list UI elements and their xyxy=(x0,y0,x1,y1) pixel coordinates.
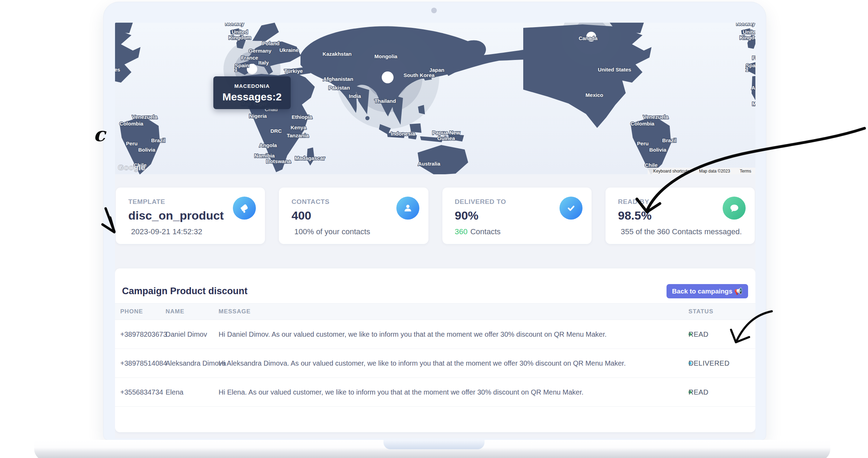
svg-text:Angola: Angola xyxy=(259,142,277,148)
card-sub-text: 2023-09-21 14:52:32 xyxy=(131,227,202,236)
card-template: TEMPLATE disc_on_product 2023-09-21 14:5… xyxy=(116,188,265,244)
status-text: READ xyxy=(688,330,709,338)
svg-text:Namibia: Namibia xyxy=(254,153,275,159)
svg-text:Algeria: Algeria xyxy=(752,85,755,91)
svg-text:Mali: Mali xyxy=(752,101,755,107)
svg-text:Kazakhstan: Kazakhstan xyxy=(322,51,351,57)
user-icon xyxy=(396,197,419,220)
column-message: MESSAGE xyxy=(219,308,251,315)
svg-text:Venezuela: Venezuela xyxy=(132,114,158,120)
webcam-dot xyxy=(431,8,437,13)
card-sub-text: 100% of your contacts xyxy=(294,227,370,236)
svg-text:Thailand: Thailand xyxy=(374,98,396,104)
map-data-copyright: Map data ©2023 xyxy=(699,169,730,174)
card-subtext: 355 of the 360 Contacts messaged. xyxy=(618,227,742,236)
world-map[interactable]: NorwayUnitedKingdomPolandGermanyUkraineF… xyxy=(115,23,755,174)
status-badge: READ xyxy=(688,333,692,336)
card-read: READ BY 98.5% 355 of the 360 Contacts me… xyxy=(606,188,755,244)
card-sub-accent: 360 xyxy=(455,227,468,236)
stat-cards: TEMPLATE disc_on_product 2023-09-21 14:5… xyxy=(116,188,755,244)
svg-text:Kenya: Kenya xyxy=(290,124,306,130)
svg-text:Brazil: Brazil xyxy=(151,137,166,143)
handwritten-letter: c xyxy=(93,123,105,146)
cell-name: Aleksandra Dimova xyxy=(166,359,226,367)
svg-text:Germany: Germany xyxy=(249,48,272,54)
column-name: NAME xyxy=(166,308,184,315)
column-phone: PHONE xyxy=(120,308,143,315)
status-badge: DELIVERED xyxy=(688,362,692,365)
cell-message: Hi Elena. As our valued customer, we lik… xyxy=(219,388,584,396)
card-subtext: 100% of your contacts xyxy=(291,227,370,236)
svg-text:Italy: Italy xyxy=(258,60,269,66)
svg-text:Afghanistan: Afghanistan xyxy=(323,76,353,82)
svg-text:Norway: Norway xyxy=(225,23,244,26)
svg-text:DRC: DRC xyxy=(271,128,282,134)
svg-text:Tanzania: Tanzania xyxy=(287,132,309,138)
map-tooltip: MACEDONIA Messages:2 xyxy=(213,76,291,109)
column-status: STATUS xyxy=(688,308,713,315)
table-row: +38978514084 Aleksandra Dimova Hi Aleksa… xyxy=(115,349,755,378)
card-sub-text: 355 of the 360 Contacts messaged. xyxy=(621,227,742,236)
cell-phone: +38978514084 xyxy=(120,359,167,367)
card-subtext: 2023-09-21 14:52:32 xyxy=(128,227,202,236)
cell-message: Hi Aleksandra Dimova. As our valued cust… xyxy=(219,359,626,367)
status-badge: READ xyxy=(688,391,692,394)
svg-text:Pakistan: Pakistan xyxy=(328,85,350,91)
svg-text:France: France xyxy=(241,55,258,61)
status-text: DELIVERED xyxy=(688,359,730,367)
megaphone-icon xyxy=(233,197,256,220)
svg-text:Mongolia: Mongolia xyxy=(374,53,397,59)
svg-text:Botswana: Botswana xyxy=(266,158,291,164)
svg-text:Colombia: Colombia xyxy=(631,121,655,127)
map-canvas: NorwayUnitedKingdomPolandGermanyUkraineF… xyxy=(115,23,755,174)
svg-text:Ethiopia: Ethiopia xyxy=(291,114,312,120)
back-to-campaigns-button[interactable]: Back to campaings 📢 xyxy=(667,284,748,298)
map-attribution: Keyboard shortcuts Map data ©2023 Terms xyxy=(648,168,755,174)
svg-text:Nigeria: Nigeria xyxy=(249,113,267,119)
cell-phone: +38978203673 xyxy=(120,330,167,338)
svg-text:Peru: Peru xyxy=(637,140,648,146)
table-row: +3556834734 Elena Hi Elena. As our value… xyxy=(115,378,755,407)
tooltip-messages: Messages:2 xyxy=(222,91,282,103)
svg-text:Peru: Peru xyxy=(126,140,137,146)
cell-name: Daniel Dimov xyxy=(166,330,207,338)
chat-icon xyxy=(723,197,746,220)
svg-text:Bolivia: Bolivia xyxy=(138,147,155,153)
svg-text:Bolivia: Bolivia xyxy=(649,147,667,153)
svg-text:Colombia: Colombia xyxy=(120,121,144,127)
svg-text:Norway: Norway xyxy=(736,23,755,26)
card-contacts: CONTACTS 400 100% of your contacts xyxy=(279,188,428,244)
laptop-notch xyxy=(383,440,485,449)
tooltip-country: MACEDONIA xyxy=(234,83,270,89)
svg-text:France: France xyxy=(752,55,755,61)
svg-text:Ukraine: Ukraine xyxy=(279,47,298,53)
card-delivered: DELIVERED TO 90% 360Contacts xyxy=(442,188,592,244)
svg-text:Türkiye: Türkiye xyxy=(284,68,303,74)
card-subtext: 360Contacts xyxy=(455,227,501,236)
svg-text:United States: United States xyxy=(598,67,631,72)
svg-text:Australia: Australia xyxy=(418,161,441,167)
laptop-screen: NorwayUnitedKingdomPolandGermanyUkraineF… xyxy=(104,2,766,440)
svg-text:United States: United States xyxy=(115,67,120,72)
svg-text:Indonesia: Indonesia xyxy=(391,131,416,137)
page-title: Campaign Product discount xyxy=(122,286,248,297)
keyboard-shortcuts-link[interactable]: Keyboard shortcuts xyxy=(653,169,689,174)
svg-text:Canada: Canada xyxy=(579,35,598,41)
table-row: +38978203673 Daniel Dimov Hi Daniel Dimo… xyxy=(115,320,755,349)
terms-link[interactable]: Terms xyxy=(740,169,751,174)
card-sub-text: Contacts xyxy=(470,227,501,236)
svg-text:Chile: Chile xyxy=(645,162,658,168)
status-text: READ xyxy=(688,388,709,396)
dashboard: NorwayUnitedKingdomPolandGermanyUkraineF… xyxy=(115,23,755,438)
svg-text:Brazil: Brazil xyxy=(662,137,677,143)
svg-text:Poland: Poland xyxy=(262,40,280,46)
svg-text:Venezuela: Venezuela xyxy=(643,114,669,120)
campaign-panel: Campaign Product discount Back to campai… xyxy=(115,268,755,432)
table-header: PHONE NAME MESSAGE STATUS xyxy=(115,303,755,320)
cell-name: Elena xyxy=(166,388,183,396)
svg-text:Madagascar: Madagascar xyxy=(295,155,325,161)
svg-text:1: 1 xyxy=(746,67,749,72)
svg-text:India: India xyxy=(349,93,361,99)
cell-message: Hi Daniel Dimov. As our valued customer,… xyxy=(219,330,607,338)
google-logo: Google xyxy=(118,163,145,172)
